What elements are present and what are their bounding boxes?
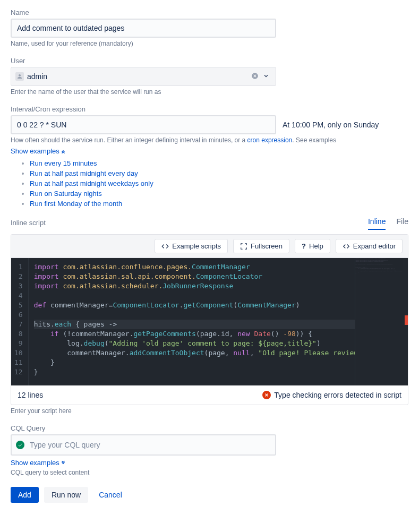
tab-inline[interactable]: Inline <box>368 217 386 230</box>
cron-example-item[interactable]: Run first Monday of the month <box>30 200 408 208</box>
script-help: Enter your script here <box>11 407 408 415</box>
error-icon <box>262 391 271 399</box>
user-help: Enter the name of the user that the serv… <box>11 88 408 96</box>
name-label: Name <box>11 8 408 16</box>
run-now-button[interactable]: Run now <box>44 487 88 503</box>
show-examples-toggle[interactable]: Show examples <box>11 147 66 155</box>
code-editor[interactable]: 123456789101112 import com.atlassian.con… <box>11 258 408 385</box>
chevron-down-icon[interactable] <box>261 72 271 81</box>
cron-example-item[interactable]: Run on Saturday nights <box>30 190 408 198</box>
user-avatar-icon <box>15 72 24 81</box>
cql-help: CQL query to select content <box>11 469 408 476</box>
tab-file[interactable]: File <box>396 217 408 230</box>
help-button[interactable]: ? Help <box>295 239 330 253</box>
cql-label: CQL Query <box>11 424 408 432</box>
add-button[interactable]: Add <box>11 487 39 503</box>
cron-input[interactable] <box>11 115 276 134</box>
error-marker <box>405 315 408 325</box>
cql-input[interactable] <box>29 440 271 450</box>
clear-icon[interactable] <box>249 72 261 81</box>
user-value: admin <box>27 72 249 81</box>
user-label: User <box>11 57 408 65</box>
cron-example-item[interactable]: Run at half past midnight every day <box>30 169 408 177</box>
cql-show-examples-toggle[interactable]: Show examples <box>11 459 66 467</box>
cancel-button[interactable]: Cancel <box>93 487 127 503</box>
minimap[interactable]: import com.atlassian.confluence.pages.Co… <box>355 258 408 385</box>
script-label: Inline script <box>11 219 46 227</box>
name-help: Name, used for your reference (mandatory… <box>11 40 408 47</box>
error-text: Type checking errors detected in script <box>274 391 401 399</box>
user-select[interactable]: admin <box>11 67 276 86</box>
example-scripts-button[interactable]: Example scripts <box>155 239 228 253</box>
cron-description: At 10:00 PM, only on Sunday <box>283 121 379 129</box>
cron-example-item[interactable]: Run every 15 minutes <box>30 159 408 167</box>
line-count: 12 lines <box>18 391 43 399</box>
cron-link[interactable]: cron expression <box>247 136 293 144</box>
name-input[interactable] <box>11 19 276 38</box>
cron-example-item[interactable]: Run at half past midnight weekdays only <box>30 179 408 187</box>
check-icon <box>16 441 24 449</box>
interval-label: Interval/Cron expression <box>11 105 408 113</box>
expand-editor-button[interactable]: Expand editor <box>336 239 403 253</box>
fullscreen-button[interactable]: Fullscreen <box>233 239 289 253</box>
interval-help: How often should the service run. Either… <box>11 136 408 144</box>
